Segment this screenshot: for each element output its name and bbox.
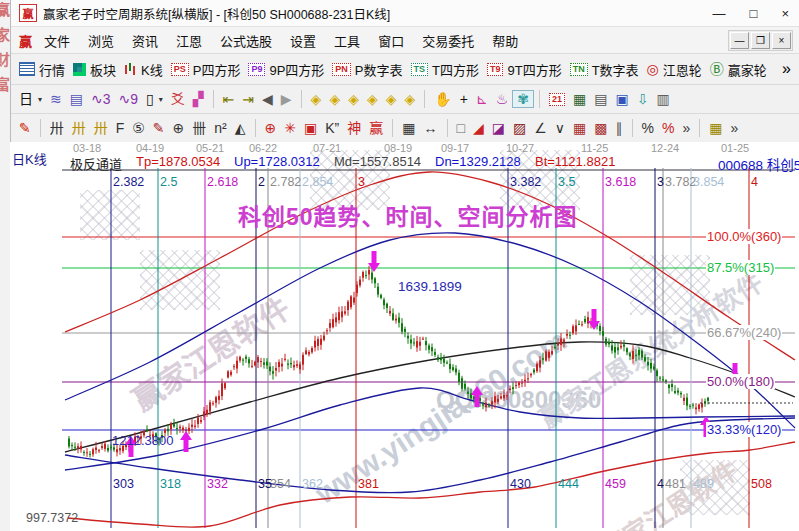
p-square-button[interactable]: PSP四方形 [167, 59, 245, 80]
menu-item-交易委托[interactable]: 交易委托 [422, 31, 474, 50]
gann-target-button[interactable]: ⊕ [261, 120, 281, 136]
chart-area[interactable]: 赢家江恩软件www.yingjia360.comQQ:800800360赢家江恩… [10, 142, 799, 531]
mdi-restore-button[interactable]: ❐ [751, 32, 770, 49]
t-square-button[interactable]: TST四方形 [407, 59, 483, 80]
square-tool-button[interactable]: □ [453, 120, 469, 136]
notes-button[interactable]: ▤ [590, 91, 611, 107]
cycle-right-button[interactable]: ◈ [325, 91, 344, 107]
prev-bar-button[interactable]: ◀ [258, 91, 277, 107]
winner-wheel-button-label: 赢家轮 [728, 60, 767, 79]
fan-tool-button[interactable]: ◢ [469, 120, 488, 136]
cycle-top-label: 4 [751, 175, 758, 189]
pen2-button[interactable]: ✎ [149, 120, 169, 136]
grid2-tool-button[interactable]: ▩ [590, 120, 611, 136]
quote-list-icon[interactable]: ▤ [66, 91, 87, 107]
gann-square-button[interactable]: ▣ [300, 120, 321, 136]
minimize-button[interactable]: — [713, 6, 726, 21]
compare-icon[interactable]: 爻 [167, 91, 189, 107]
ruler2-button[interactable]: 卌 [188, 120, 210, 136]
menu-item-江恩[interactable]: 江恩 [176, 31, 202, 50]
wave-9-icon[interactable]: ∿9 [115, 91, 143, 107]
parallel-lines-button[interactable]: ∥ [612, 120, 627, 136]
menu-item-文件[interactable]: 文件 [44, 31, 70, 50]
n-squared-button[interactable]: n² [210, 120, 230, 136]
smart-analysis-button-icon: ✾ [517, 92, 529, 106]
first-bar-button[interactable]: ⇤ [219, 91, 239, 107]
f-ruler-button[interactable]: F [112, 120, 129, 136]
mdi-minimize-button[interactable]: — [730, 32, 749, 49]
draw-pen-button[interactable]: ✎ [15, 120, 35, 136]
angle-a-button[interactable]: ◭ [231, 120, 250, 136]
menu-item-设置[interactable]: 设置 [290, 31, 316, 50]
candle-style-button[interactable]: ▯▾ [142, 91, 167, 107]
grid-yellow-button[interactable]: ▦ [705, 120, 726, 136]
menu-item-资讯[interactable]: 资讯 [132, 31, 158, 50]
next-bar-button[interactable]: ▶ [277, 91, 296, 107]
percent-button[interactable]: % [638, 120, 658, 136]
colored-chart-icon[interactable]: ▞ [189, 91, 208, 107]
t-number-table-button[interactable]: TNT数字表 [566, 59, 643, 80]
cycle-shrink-button[interactable]: ◈ [363, 91, 382, 107]
percent-lines-button[interactable]: % [658, 120, 678, 136]
kline-button[interactable]: K线 [120, 59, 167, 80]
overflow-chevron[interactable]: » [678, 120, 694, 136]
mdi-close-button[interactable]: × [772, 32, 791, 49]
v-lines-button-icon: ∨ [555, 121, 565, 135]
cycle-next-button[interactable]: ◈ [401, 91, 420, 107]
menu-item-浏览[interactable]: 浏览 [88, 31, 114, 50]
cycle-expand-button[interactable]: ◈ [344, 91, 363, 107]
ruler-123-button[interactable]: ▦ [398, 120, 419, 136]
smart-analysis-button[interactable]: ✾ [512, 90, 534, 108]
k-quote-button[interactable]: K” [321, 120, 343, 136]
menu-item-公式选股[interactable]: 公式选股 [220, 31, 272, 50]
gann-star-button[interactable]: ✳ [280, 120, 300, 136]
angle-lines-button[interactable]: ∠ [530, 120, 551, 136]
gann-ruler-button[interactable]: 卅 [46, 120, 68, 136]
cycle-bottom-label: 4 [657, 477, 664, 491]
shen-button[interactable]: 神 [343, 120, 365, 136]
fan-box-button[interactable]: ◪ [488, 120, 509, 136]
v-lines-button[interactable]: ∨ [551, 120, 569, 136]
nine-p-square-button[interactable]: P99P四方形 [244, 59, 328, 80]
calculator-button[interactable]: ▦ [569, 91, 590, 107]
cycle-prev-button[interactable]: ◈ [382, 91, 401, 107]
export-button[interactable]: ⇩ [633, 91, 653, 107]
shen-button-icon: 神 [347, 121, 361, 135]
cycle-top-label: 2.618 [207, 175, 238, 189]
overlay-curves-icon[interactable]: ≋ [46, 91, 66, 107]
p-number-table-button[interactable]: PNP数字表 [328, 59, 406, 80]
print-button[interactable]: ▥ [652, 91, 673, 107]
menu-item-帮助[interactable]: 帮助 [492, 31, 518, 50]
winner-wheel-button[interactable]: Ⓑ赢家轮 [706, 59, 771, 80]
first-bar-button-icon: ⇤ [223, 92, 235, 106]
maximize-button[interactable]: □ [750, 6, 758, 21]
p-number-table-button-label: P数字表 [355, 60, 403, 79]
pattern-tool-button[interactable]: ♨ [492, 91, 513, 107]
nine-t-square-button[interactable]: T99T四方形 [483, 59, 566, 80]
close-button[interactable]: × [781, 6, 789, 21]
gold-ruler-button[interactable]: 卅 [68, 120, 90, 136]
menu-item-工具[interactable]: 工具 [334, 31, 360, 50]
overflow2-chevron[interactable]: » [726, 120, 742, 136]
menu-item-窗口[interactable]: 窗口 [378, 31, 404, 50]
five-ruler-button[interactable]: ⑤ [128, 120, 149, 136]
gold-ruler2-button[interactable]: 卅 [90, 120, 112, 136]
calendar-21-button[interactable]: 21 [545, 92, 569, 107]
sectors-button[interactable]: 板块 [69, 59, 120, 80]
yingjia-button[interactable]: 赢 [365, 120, 387, 136]
width-measure-button[interactable]: ↔ [420, 120, 442, 136]
wave-3-icon[interactable]: ∿3 [87, 91, 115, 107]
cycle-left-button[interactable]: ◈ [307, 91, 326, 107]
angle-tool-button[interactable]: ⊾ [472, 91, 492, 107]
save-button[interactable]: ▣ [611, 91, 632, 107]
grid-tool-button[interactable]: ▦ [569, 120, 590, 136]
circle-ruler-button[interactable]: ⊕ [169, 120, 189, 136]
last-bar-button[interactable]: ⇥ [238, 91, 258, 107]
fan-shade-button[interactable]: ▨ [509, 120, 530, 136]
quotes-button[interactable]: 行情 [15, 59, 69, 80]
hand-tool-button[interactable]: ✋ [430, 91, 455, 107]
gann-wheel-button[interactable]: ◎江恩轮 [643, 59, 706, 80]
toolbar-overflow-chevron[interactable]: » [778, 59, 795, 79]
crosshair-tool-button[interactable]: + [456, 91, 472, 107]
period-day-button[interactable]: 日▾ [15, 91, 46, 107]
